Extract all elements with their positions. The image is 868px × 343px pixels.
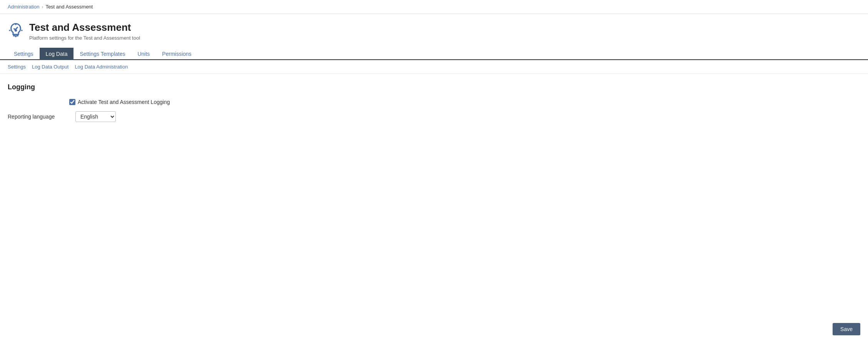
logging-form: Activate Test and Assessment Logging Rep… [8, 99, 277, 122]
page-header: Test and Assessment Platform settings fo… [0, 14, 868, 45]
language-select[interactable]: English German French Spanish [75, 111, 116, 122]
page-subtitle: Platform settings for the Test and Asses… [29, 35, 140, 41]
tab-permissions[interactable]: Permissions [156, 48, 197, 60]
sub-tabs: Settings Log Data Output Log Data Admini… [0, 60, 868, 74]
breadcrumb-current: Test and Assessment [45, 4, 93, 10]
tab-log-data[interactable]: Log Data [40, 48, 74, 60]
tab-units[interactable]: Units [131, 48, 156, 60]
activate-logging-checkbox[interactable] [69, 99, 75, 105]
section-title: Logging [8, 83, 860, 91]
tab-settings-templates[interactable]: Settings Templates [73, 48, 131, 60]
tab-settings[interactable]: Settings [8, 48, 40, 60]
activate-logging-row: Activate Test and Assessment Logging [69, 99, 277, 105]
content-area: Logging Activate Test and Assessment Log… [0, 74, 868, 131]
test-assessment-icon [8, 22, 24, 38]
page-header-text: Test and Assessment Platform settings fo… [29, 22, 140, 41]
subtab-settings[interactable]: Settings [8, 63, 26, 70]
breadcrumb-separator: › [42, 4, 43, 10]
reporting-language-row: Reporting language English German French… [8, 111, 277, 122]
page-title: Test and Assessment [29, 22, 140, 33]
reporting-language-label: Reporting language [8, 114, 69, 120]
breadcrumb-parent[interactable]: Administration [8, 4, 39, 10]
subtab-log-data-output[interactable]: Log Data Output [32, 63, 68, 70]
svg-point-0 [15, 30, 17, 31]
breadcrumb: Administration › Test and Assessment [0, 0, 868, 14]
main-tabs: Settings Log Data Settings Templates Uni… [0, 47, 868, 60]
subtab-log-data-administration[interactable]: Log Data Administration [75, 63, 128, 70]
activate-logging-label: Activate Test and Assessment Logging [78, 99, 170, 105]
